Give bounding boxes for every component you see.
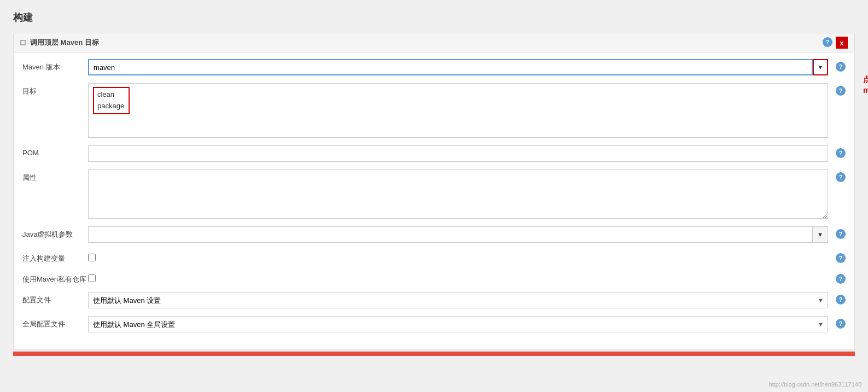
pom-control (88, 145, 828, 162)
bottom-bar (13, 352, 855, 356)
jvm-input[interactable] (88, 226, 813, 243)
attr-control (88, 169, 828, 219)
attr-label: 属性 (22, 169, 88, 183)
maven-version-label: Maven 版本 (22, 59, 88, 72)
watermark: http://blog.csdn.net/hen963117140 (769, 381, 861, 388)
global-config-row: 全局配置文件 使用默认 Maven 全局设置 ▼ ? (22, 316, 846, 332)
goals-row: 目标 cleanpackage ? (22, 83, 846, 138)
inject-label: 注入构建变量 (22, 250, 88, 264)
inject-row: 注入构建变量 ? (22, 250, 846, 264)
page-title: 构建 (13, 11, 855, 24)
maven-private-help-icon[interactable]: ? (836, 274, 846, 284)
goals-help-icon[interactable]: ? (836, 86, 846, 96)
goals-text: cleanpackage (97, 90, 124, 110)
config-row: 配置文件 使用默认 Maven 设置 ▼ ? (22, 292, 846, 308)
goals-highlighted-text: cleanpackage (93, 87, 130, 114)
section-header: 调用顶层 Maven 目标 x ? (14, 33, 854, 52)
jvm-label: Java虚拟机参数 (22, 226, 88, 239)
inject-help-icon[interactable]: ? (836, 253, 846, 263)
drag-handle-icon (20, 40, 26, 45)
config-label: 配置文件 (22, 292, 88, 305)
goals-display-area[interactable]: cleanpackage (88, 83, 828, 138)
jvm-control: ▼ (88, 226, 828, 243)
pom-row: POM ? (22, 145, 846, 162)
pom-input[interactable] (88, 145, 828, 162)
annotation-text: 点开选择maven (863, 74, 868, 96)
inject-control (88, 250, 828, 261)
attr-row: 属性 ? (22, 169, 846, 219)
global-config-control: 使用默认 Maven 全局设置 ▼ (88, 316, 828, 332)
maven-version-row: Maven 版本 ▼ 点开选择maven ? (22, 59, 846, 75)
global-config-help-icon[interactable]: ? (836, 319, 846, 329)
inject-checkbox[interactable] (88, 254, 96, 261)
maven-private-control (88, 271, 828, 282)
maven-private-checkbox[interactable] (88, 274, 96, 282)
pom-help-icon[interactable]: ? (836, 148, 846, 158)
config-control: 使用默认 Maven 设置 ▼ (88, 292, 828, 308)
delete-button[interactable]: x (836, 37, 848, 49)
maven-version-input[interactable] (88, 59, 813, 75)
maven-version-help-icon[interactable]: ? (836, 62, 846, 72)
jvm-dropdown-btn[interactable]: ▼ (813, 226, 828, 243)
config-select[interactable]: 使用默认 Maven 设置 (88, 292, 828, 308)
attr-help-icon[interactable]: ? (836, 172, 846, 182)
goals-label: 目标 (22, 83, 88, 96)
maven-version-dropdown-btn[interactable]: ▼ (813, 59, 828, 75)
section-help-icon[interactable]: ? (823, 37, 832, 47)
maven-private-label: 使用Maven私有仓库 (22, 271, 88, 284)
maven-private-row: 使用Maven私有仓库 ? (22, 271, 846, 284)
jvm-row: Java虚拟机参数 ▼ ? (22, 226, 846, 243)
section-body: Maven 版本 ▼ 点开选择maven ? 目标 (14, 52, 854, 349)
pom-label: POM (22, 145, 88, 157)
section-title: 调用顶层 Maven 目标 (30, 38, 99, 48)
attr-textarea[interactable] (88, 169, 828, 219)
jvm-help-icon[interactable]: ? (836, 229, 846, 239)
maven-section-card: 调用顶层 Maven 目标 x ? Maven 版本 ▼ 点开选择maven (13, 33, 855, 349)
maven-version-control: ▼ 点开选择maven (88, 59, 828, 75)
global-config-select[interactable]: 使用默认 Maven 全局设置 (88, 316, 828, 332)
global-config-label: 全局配置文件 (22, 316, 88, 329)
config-help-icon[interactable]: ? (836, 295, 846, 305)
goals-control: cleanpackage (88, 83, 828, 138)
